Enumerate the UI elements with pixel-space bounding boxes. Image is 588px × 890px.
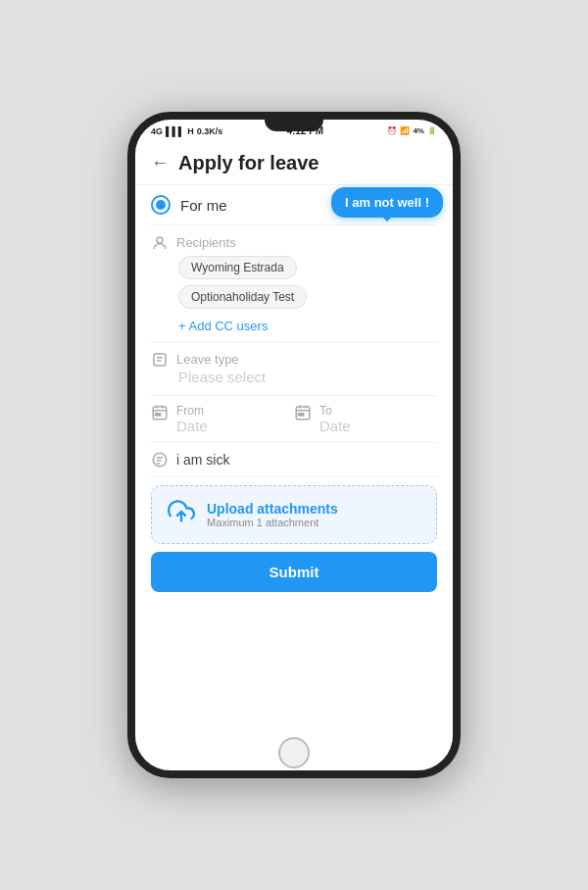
speed-indicator: 0.3K/s xyxy=(197,126,223,136)
upload-subtitle: Maximum 1 attachment xyxy=(207,517,338,528)
battery-icon: 🔋 xyxy=(427,126,437,135)
svg-rect-8 xyxy=(156,414,158,416)
recipients-label: Recipients xyxy=(176,235,236,250)
svg-point-0 xyxy=(157,237,163,243)
home-button[interactable] xyxy=(278,737,310,768)
to-date-label: To xyxy=(319,404,351,418)
radio-selected xyxy=(156,200,166,210)
status-right: ⏰ 📶 4% 🔋 xyxy=(387,126,437,135)
svg-rect-14 xyxy=(299,414,301,416)
radio-button[interactable] xyxy=(151,195,171,215)
network-indicator: 4G xyxy=(151,126,163,136)
from-date-value: Date xyxy=(176,418,208,434)
wifi-icon: 📶 xyxy=(400,126,410,135)
to-date-value: Date xyxy=(319,418,351,434)
upload-title: Upload attachments xyxy=(207,501,338,517)
from-date-text: From Date xyxy=(176,404,208,434)
svg-rect-9 xyxy=(159,414,161,416)
recipients-label-row: Recipients xyxy=(151,233,437,252)
recipient-tag-1[interactable]: Wyoming Estrada xyxy=(178,256,297,279)
from-date-icon xyxy=(151,404,169,422)
to-date-text: To Date xyxy=(319,404,351,434)
status-left: 4G ▌▌▌ H 0.3K/s xyxy=(151,126,222,136)
recipients-section: Recipients Wyoming Estrada Optionaholida… xyxy=(135,225,453,341)
leave-type-label: Leave type xyxy=(176,352,239,367)
phone-frame: 4G ▌▌▌ H 0.3K/s 4:12 PM ⏰ 📶 4% 🔋 ← Apply… xyxy=(127,112,461,778)
leave-type-label-row: Leave type xyxy=(151,350,437,369)
alarm-icon: ⏰ xyxy=(387,126,397,135)
app-header: ← Apply for leave xyxy=(135,140,453,185)
date-row: From Date To Date xyxy=(135,396,453,442)
phone-notch xyxy=(265,118,323,131)
upload-section[interactable]: Upload attachments Maximum 1 attachment xyxy=(151,485,437,544)
to-date-field[interactable]: To Date xyxy=(294,404,437,434)
upload-icon xyxy=(168,498,195,531)
notes-text: i am sick xyxy=(176,452,229,468)
notes-icon xyxy=(151,451,169,470)
from-date-field[interactable]: From Date xyxy=(151,404,294,434)
to-date-icon xyxy=(294,404,312,422)
for-me-label: For me xyxy=(180,197,227,214)
leave-type-placeholder: Please select xyxy=(178,369,437,391)
divider-5 xyxy=(151,476,437,477)
add-cc-button[interactable]: + Add CC users xyxy=(178,319,437,333)
leave-type-icon xyxy=(151,350,169,369)
notes-field[interactable]: i am sick xyxy=(135,443,453,477)
recipients-icon xyxy=(151,233,169,252)
tooltip-bubble: I am not well ! xyxy=(331,187,443,218)
recipient-tag-2[interactable]: Optionaholiday Test xyxy=(178,285,307,309)
back-button[interactable]: ← xyxy=(151,153,169,173)
h-signal: H xyxy=(187,126,194,136)
signal-bars: ▌▌▌ xyxy=(166,126,184,136)
upload-text: Upload attachments Maximum 1 attachment xyxy=(207,501,338,528)
status-bar: 4G ▌▌▌ H 0.3K/s 4:12 PM ⏰ 📶 4% 🔋 xyxy=(135,120,453,140)
battery-level: 4% xyxy=(413,126,424,135)
from-date-label: From xyxy=(176,404,208,418)
phone-content: ← Apply for leave I am not well ! For me… xyxy=(135,140,453,735)
svg-rect-15 xyxy=(302,414,304,416)
submit-button[interactable]: Submit xyxy=(151,552,437,592)
recipients-list: Wyoming Estrada Optionaholiday Test + Ad… xyxy=(178,256,437,333)
leave-type-section[interactable]: Leave type Please select xyxy=(135,342,453,395)
phone-bottom xyxy=(135,735,453,770)
page-title: Apply for leave xyxy=(178,152,318,174)
